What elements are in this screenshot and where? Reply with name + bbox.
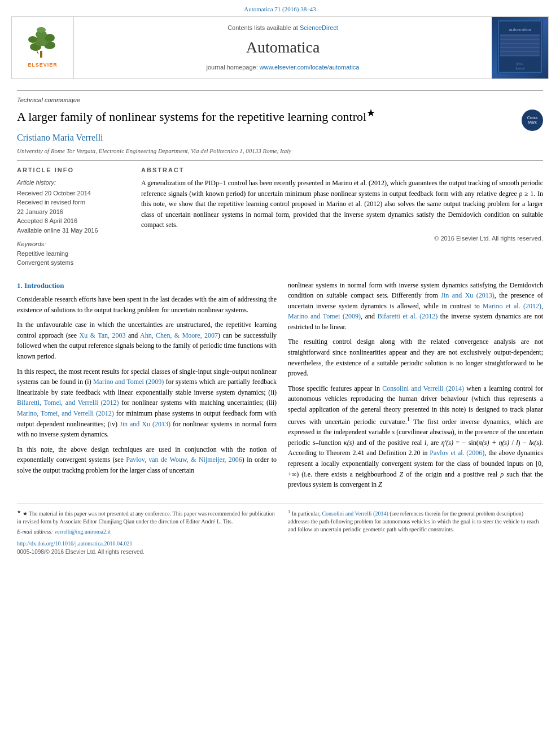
ref-marino-tomei[interactable]: Marino and Tomei (2009) xyxy=(93,378,164,386)
footnotes: ★ ★ The material in this paper was not p… xyxy=(17,504,543,556)
sciencedirect-link[interactable]: ScienceDirect xyxy=(300,24,338,31)
svg-point-4 xyxy=(28,36,37,43)
ref-consolini-fn[interactable]: Consolini and Verrelli (2014) xyxy=(322,510,388,517)
article-type: Technical communique xyxy=(17,95,543,105)
ref-marino-tomei-verrelli[interactable]: Marino, Tomei, and Verrelli (2012) xyxy=(17,409,114,417)
mid-divider xyxy=(17,160,543,161)
journal-homepage-line: journal homepage: www.elsevier.com/locat… xyxy=(207,63,360,72)
article-history: Article history: Received 20 October 201… xyxy=(17,178,130,235)
title-row: A larger family of nonlinear systems for… xyxy=(17,107,543,131)
star-footnote: ★ ★ The material in this paper was not p… xyxy=(17,509,277,526)
available-date: Available online 31 May 2016 xyxy=(17,226,130,235)
intro-para-3: In this respect, the most recent results… xyxy=(17,366,277,440)
elsevier-tree-icon xyxy=(21,25,64,59)
journal-header-center: Contents lists available at ScienceDirec… xyxy=(74,17,492,78)
crossmark-text: CrossMark xyxy=(527,116,537,125)
homepage-label: journal homepage: xyxy=(207,64,258,71)
contents-label: Contents lists available at xyxy=(228,24,298,31)
journal-volume: Automatica 71 (2016) 38–43 xyxy=(244,6,316,12)
elsevier-logo-area: ELSEVIER xyxy=(12,17,74,78)
svg-rect-11 xyxy=(500,34,540,56)
received-revised-label: Received in revised form xyxy=(17,198,130,207)
keyword-2: Convergent systems xyxy=(17,258,130,268)
journal-cover-image: automatica IFAC Journal xyxy=(492,17,548,78)
abstract-header: ABSTRACT xyxy=(141,165,543,175)
copyright-line: © 2016 Elsevier Ltd. All rights reserved… xyxy=(141,234,543,243)
svg-text:Journal: Journal xyxy=(515,67,524,70)
ref-jin-xu[interactable]: Jin and Xu (2013) xyxy=(120,420,170,428)
sciencedirect-line: Contents lists available at ScienceDirec… xyxy=(228,23,338,33)
article-title: A larger family of nonlinear systems for… xyxy=(17,107,375,125)
cover-text: automatica IFAC Journal xyxy=(495,17,545,78)
crossmark-badge: CrossMark xyxy=(522,110,543,131)
intro-para-1: Considerable research efforts have been … xyxy=(17,294,277,315)
elsevier-wordmark: ELSEVIER xyxy=(28,62,58,69)
footnote-right: 1 In particular, Consolini and Verrelli … xyxy=(288,509,543,556)
section-title: 1. Introduction xyxy=(17,280,277,291)
ref-pavlov[interactable]: Pavlov, van de Wouw, & Nijmeijer, 2006 xyxy=(126,456,242,464)
received-date: Received 20 October 2014 xyxy=(17,189,130,198)
history-label: Article history: xyxy=(17,178,130,187)
article-info-col: ARTICLE INFO Article history: Received 2… xyxy=(17,165,130,272)
journal-volume-line: Automatica 71 (2016) 38–43 xyxy=(0,0,560,16)
svg-point-7 xyxy=(37,27,46,33)
intro-para-4: In this note, the above design technique… xyxy=(17,444,277,476)
abstract-col: ABSTRACT A generalization of the PIDρ−1 … xyxy=(141,165,543,272)
email-footnote: E-mail address: verrelli@ing.uniroma2.it xyxy=(17,528,277,536)
abstract-text: A generalization of the PIDρ−1 control h… xyxy=(141,178,543,230)
crossmark-circle: CrossMark xyxy=(522,110,543,131)
author-name: Cristiano Maria Verrelli xyxy=(17,131,543,145)
keyword-1: Repetitive learning xyxy=(17,249,130,259)
journal-header-box: ELSEVIER Contents lists available at Sci… xyxy=(11,16,549,79)
accepted-date: Accepted 8 April 2016 xyxy=(17,216,130,226)
ref-pavlov-2[interactable]: Pavlov et al. (2006) xyxy=(430,449,484,457)
footnote-left: ★ ★ The material in this paper was not p… xyxy=(17,509,277,556)
ref-jin-xu-2[interactable]: Jin and Xu (2013) xyxy=(441,291,495,299)
body-right-col: nonlinear systems in normal form with in… xyxy=(288,280,543,495)
ref-ahn[interactable]: Ahn, Chen, & Moore, 2007 xyxy=(140,331,218,339)
top-divider xyxy=(17,90,543,91)
right-footnote-1: 1 In particular, Consolini and Verrelli … xyxy=(288,509,543,534)
doi-line: http://dx.doi.org/10.1016/j.automatica.2… xyxy=(17,539,277,548)
doi-link[interactable]: http://dx.doi.org/10.1016/j.automatica.2… xyxy=(17,540,133,547)
intro-para-2: In the unfavourable case in which the un… xyxy=(17,320,277,361)
article-info-header: ARTICLE INFO xyxy=(17,165,130,175)
right-para-1: nonlinear systems in normal form with in… xyxy=(288,280,543,333)
homepage-url[interactable]: www.elsevier.com/locate/automatica xyxy=(260,64,360,71)
keywords-group: Keywords: Repetitive learning Convergent… xyxy=(17,239,130,268)
ref-bifaretti[interactable]: Bifaretti, Tomei, and Verrelli (2012) xyxy=(17,399,119,407)
received-revised-date: 22 January 2016 xyxy=(17,207,130,217)
affiliation: University of Rome Tor Vergata, Electron… xyxy=(17,146,543,156)
journal-cover-thumbnail: automatica IFAC Journal xyxy=(492,17,548,78)
ref-marino-tomei-2[interactable]: Marino and Tomei (2009) xyxy=(288,312,361,320)
svg-text:automatica: automatica xyxy=(509,27,531,32)
info-abstract-row: ARTICLE INFO Article history: Received 2… xyxy=(17,165,543,272)
ref-marino-et-al[interactable]: Marino et al. (2012) xyxy=(483,302,541,310)
body-left-col: 1. Introduction Considerable research ef… xyxy=(17,280,277,495)
journal-title: Automatica xyxy=(246,36,320,59)
right-para-3: Those specific features appear in Consol… xyxy=(288,383,543,490)
svg-text:IFAC: IFAC xyxy=(516,62,524,65)
ref-consolini[interactable]: Consolini and Verrelli (2014) xyxy=(382,385,464,392)
ref-bifaretti-2[interactable]: Bifaretti et al. (2012) xyxy=(378,312,438,320)
introduction-section: 1. Introduction Considerable research ef… xyxy=(17,280,543,495)
ref-xu-tan[interactable]: Xu & Tan, 2003 xyxy=(80,331,126,339)
email-link[interactable]: verrelli@ing.uniroma2.it xyxy=(54,528,111,535)
title-star: ★ xyxy=(366,107,375,119)
elsevier-logo: ELSEVIER xyxy=(21,25,64,69)
right-para-2: The resulting control design along with … xyxy=(288,337,543,378)
keywords-label: Keywords: xyxy=(17,239,130,249)
svg-rect-0 xyxy=(40,51,42,58)
main-content: Technical communique A larger family of … xyxy=(0,79,560,557)
issn-line: 0005-1098/© 2016 Elsevier Ltd. All right… xyxy=(17,548,277,556)
